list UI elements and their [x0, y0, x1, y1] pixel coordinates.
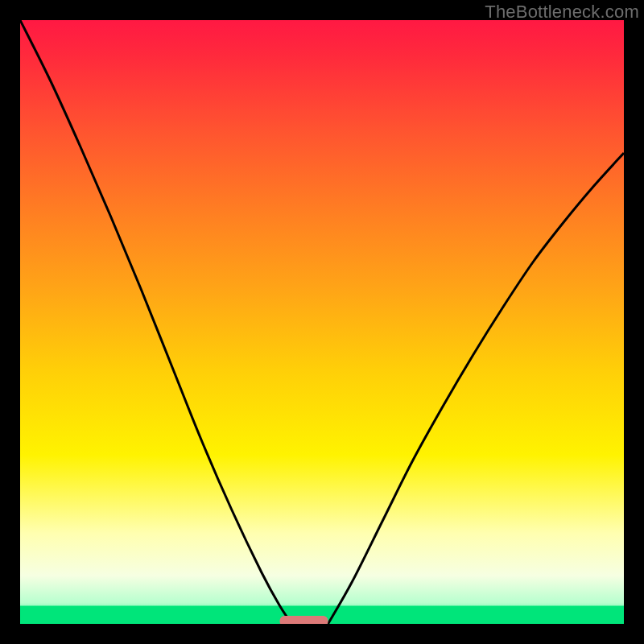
gradient-background — [20, 20, 624, 624]
bottleneck-chart — [20, 20, 624, 624]
bottleneck-marker — [280, 616, 328, 624]
chart-frame: TheBottleneck.com — [0, 0, 644, 644]
